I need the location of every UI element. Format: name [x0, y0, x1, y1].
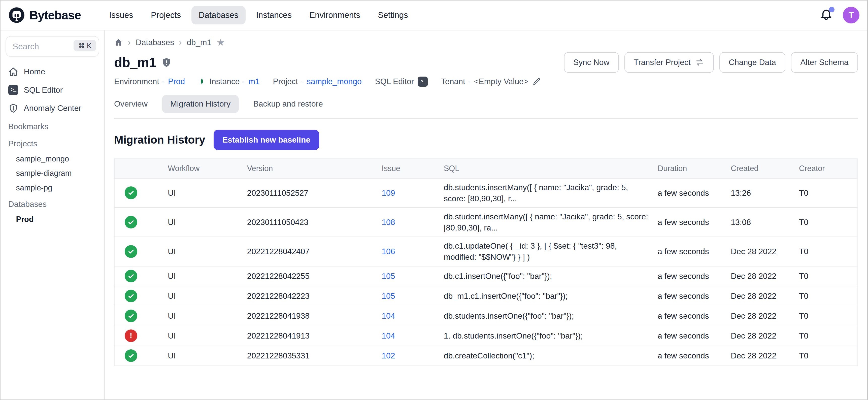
sql-cell: db.createCollection("c1"); [439, 346, 653, 366]
column-header-created: Created [726, 159, 795, 178]
issue-link[interactable]: 104 [382, 311, 395, 320]
issue-link[interactable]: 102 [382, 351, 395, 360]
workflow-cell: UI [163, 326, 243, 346]
column-header-workflow: Workflow [163, 159, 243, 178]
page-title: db_m1 [114, 55, 156, 70]
meta-environment: Environment - Prod [114, 77, 185, 86]
sql-cell: db_m1.c1.insertOne({"foo": "bar"}); [439, 286, 653, 306]
bytebase-logo[interactable]: Bytebase [8, 7, 81, 24]
tenant-label: Tenant - [441, 77, 470, 86]
meta-project: Project - sample_mongo [273, 77, 362, 86]
sidebar-item-sample_mongo[interactable]: sample_mongo [0, 152, 104, 166]
shield-icon [8, 103, 19, 113]
creator-cell: T0 [795, 306, 857, 326]
duration-cell: a few seconds [653, 178, 726, 208]
issue-link[interactable]: 105 [382, 291, 395, 301]
sidebar-item-sql-editor[interactable]: >_SQL Editor [0, 81, 104, 99]
instance-link[interactable]: m1 [248, 77, 259, 86]
instance-label: Instance - [209, 77, 245, 86]
tab-migration-history[interactable]: Migration History [162, 95, 239, 113]
issue-cell: 104 [377, 326, 439, 346]
edit-pencil-icon[interactable] [532, 77, 541, 86]
workflow-cell: UI [163, 306, 243, 326]
tab-overview[interactable]: Overview [114, 95, 148, 113]
table-row: UI20230111052527109db.students.insertMan… [115, 178, 858, 208]
sql-editor-terminal-icon[interactable]: >_ [418, 76, 428, 87]
sql-text: db.students.insertOne({"foo": "bar"}); [444, 310, 649, 321]
nav-item-environments[interactable]: Environments [302, 6, 368, 25]
bytebase-logo-icon [8, 7, 25, 24]
created-cell: Dec 28 2022 [726, 266, 795, 286]
issue-link[interactable]: 108 [382, 218, 395, 227]
migration-history-title: Migration History [114, 133, 205, 146]
sidebar-item-sample-pg[interactable]: sample-pg [0, 181, 104, 195]
chevron-right-icon: › [179, 37, 182, 47]
issue-cell: 104 [377, 306, 439, 326]
top-navigation-bar: Bytebase IssuesProjectsDatabasesInstance… [0, 0, 867, 30]
breadcrumb: › Databases › db_m1 ★ [114, 37, 858, 47]
issue-cell: 105 [377, 286, 439, 306]
nav-item-settings[interactable]: Settings [371, 6, 415, 25]
transfer-project-button[interactable]: Transfer Project [624, 52, 714, 72]
breadcrumb-db-m1: db_m1 [187, 38, 212, 47]
environment-link[interactable]: Prod [168, 77, 185, 86]
app-window: Bytebase IssuesProjectsDatabasesInstance… [0, 0, 868, 400]
issue-link[interactable]: 106 [382, 247, 395, 256]
breadcrumb-databases[interactable]: Databases [136, 38, 174, 47]
project-label: Project - [273, 77, 303, 86]
alter-schema-button[interactable]: Alter Schema [791, 52, 858, 72]
sidebar-item-anomaly-center[interactable]: Anomaly Center [0, 99, 104, 118]
database-tabs: OverviewMigration HistoryBackup and rest… [114, 95, 858, 119]
button-label: Alter Schema [800, 58, 848, 67]
sidebar-item-prod[interactable]: Prod [0, 212, 104, 226]
sidebar-item-label: SQL Editor [24, 85, 63, 95]
issue-link[interactable]: 109 [382, 188, 395, 197]
home-icon[interactable] [114, 38, 123, 47]
success-check-icon [125, 245, 137, 258]
created-cell: Dec 28 2022 [726, 326, 795, 346]
sql-cell: db.c1.updateOne( { _id: 3 }, [ { $set: {… [439, 237, 653, 266]
nav-item-instances[interactable]: Instances [249, 6, 299, 25]
sidebar-item-sample-diagram[interactable]: sample-diagram [0, 166, 104, 181]
version-cell: 20221228042223 [243, 286, 377, 306]
issue-link[interactable]: 105 [382, 272, 395, 281]
status-cell: ! [115, 326, 163, 346]
creator-cell: T0 [795, 266, 857, 286]
version-cell: 20221228042255 [243, 266, 377, 286]
issue-cell: 102 [377, 346, 439, 366]
sql-text: db.c1.insertOne({"foo": "bar"}); [444, 271, 649, 282]
creator-cell: T0 [795, 346, 857, 366]
establish-baseline-button[interactable]: Establish new baseline [214, 130, 319, 150]
sql-text: db.createCollection("c1"); [444, 350, 649, 361]
sidebar-item-home[interactable]: Home [0, 62, 104, 81]
sidebar-nav: Home>_SQL EditorAnomaly CenterBookmarksP… [0, 62, 104, 226]
issue-link[interactable]: 104 [382, 331, 395, 340]
workflow-cell: UI [163, 286, 243, 306]
nav-item-databases[interactable]: Databases [191, 6, 246, 25]
version-cell: 20230111050423 [243, 208, 377, 237]
status-cell [115, 237, 163, 266]
nav-item-projects[interactable]: Projects [144, 6, 188, 25]
version-cell: 20221228041913 [243, 326, 377, 346]
status-cell [115, 266, 163, 286]
tab-backup-and-restore[interactable]: Backup and restore [253, 95, 323, 113]
user-avatar[interactable]: T [843, 7, 860, 24]
success-check-icon [125, 216, 137, 229]
creator-cell: T0 [795, 326, 857, 346]
table-row: UI20221228042255105db.c1.insertOne({"foo… [115, 266, 858, 286]
migration-history-table: WorkflowVersionIssueSQLDurationCreatedCr… [114, 158, 858, 366]
project-link[interactable]: sample_mongo [307, 77, 362, 86]
sync-now-button[interactable]: Sync Now [564, 52, 619, 72]
sql-cell: 1. db.students.insertOne({"foo": "bar"})… [439, 326, 653, 346]
nav-item-issues[interactable]: Issues [102, 6, 141, 25]
button-label: Change Data [729, 58, 776, 67]
terminal-icon: >_ [8, 85, 19, 95]
change-data-button[interactable]: Change Data [719, 52, 785, 72]
action-buttons: Sync NowTransfer ProjectChange DataAlter… [564, 52, 858, 72]
sql-text: db.student.insertMany([ { name: "Jacika"… [444, 211, 649, 233]
bookmark-star-icon[interactable]: ★ [216, 38, 225, 47]
sidebar-item-label: Anomaly Center [24, 103, 81, 113]
sidebar-item-label: Home [24, 67, 45, 76]
notifications-bell-icon[interactable] [819, 8, 833, 22]
version-cell: 20221228042407 [243, 237, 377, 266]
